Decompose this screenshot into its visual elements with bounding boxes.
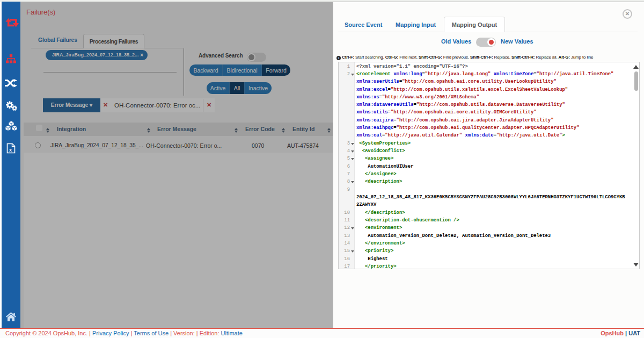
svg-text:x: x — [9, 147, 12, 153]
